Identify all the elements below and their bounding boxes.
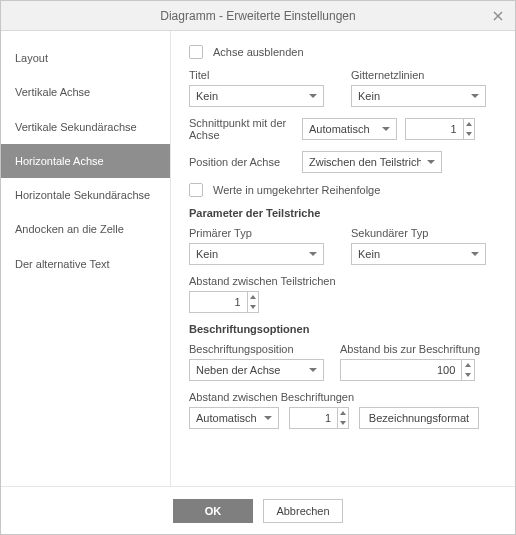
sidebar-item-label: Horizontale Sekundärachse bbox=[15, 189, 150, 201]
intersection-select[interactable]: Automatisch bbox=[302, 118, 397, 140]
title-select-value: Kein bbox=[196, 90, 218, 102]
spinner-down-icon[interactable] bbox=[462, 370, 474, 380]
intersection-label: Schnittpunkt mit der Achse bbox=[189, 117, 294, 141]
intersection-select-value: Automatisch bbox=[309, 123, 370, 135]
titlebar: Diagramm - Erweiterte Einstellungen bbox=[1, 1, 515, 31]
ok-button-label: OK bbox=[205, 505, 222, 517]
gridlines-select-value: Kein bbox=[358, 90, 380, 102]
tick-spacing-label: Abstand zwischen Teilstrichen bbox=[189, 275, 497, 287]
secondary-type-select[interactable]: Kein bbox=[351, 243, 486, 265]
label-spacing-select[interactable]: Automatisch bbox=[189, 407, 279, 429]
chevron-down-icon bbox=[309, 94, 317, 98]
cancel-button[interactable]: Abbrechen bbox=[263, 499, 343, 523]
label-spacing-spinner[interactable] bbox=[289, 407, 349, 429]
tick-section-heading: Parameter der Teilstriche bbox=[189, 207, 497, 219]
label-position-label: Beschriftungsposition bbox=[189, 343, 324, 355]
chevron-down-icon bbox=[471, 94, 479, 98]
label-format-button-label: Bezeichnungsformat bbox=[369, 412, 469, 424]
label-distance-input[interactable] bbox=[341, 360, 461, 380]
axis-position-select[interactable]: Zwischen den Teilstrichen bbox=[302, 151, 442, 173]
primary-type-label: Primärer Typ bbox=[189, 227, 335, 239]
spinner-down-icon[interactable] bbox=[338, 418, 348, 428]
axis-position-label: Position der Achse bbox=[189, 156, 294, 168]
sidebar-item-horizontal-secondary-axis[interactable]: Horizontale Sekundärachse bbox=[1, 178, 170, 212]
content-panel: Achse ausblenden Titel Kein Gitternetzli… bbox=[171, 31, 515, 486]
hide-axis-label: Achse ausblenden bbox=[213, 46, 304, 58]
close-icon[interactable] bbox=[489, 7, 507, 25]
chevron-down-icon bbox=[471, 252, 479, 256]
sidebar: Layout Vertikale Achse Vertikale Sekundä… bbox=[1, 31, 171, 486]
secondary-type-value: Kein bbox=[358, 248, 380, 260]
spinner-up-icon[interactable] bbox=[464, 119, 474, 129]
intersection-spinner[interactable] bbox=[405, 118, 475, 140]
spinner-up-icon[interactable] bbox=[462, 360, 474, 370]
dialog-footer: OK Abbrechen bbox=[1, 486, 515, 534]
tick-spacing-spinner[interactable] bbox=[189, 291, 259, 313]
primary-type-select[interactable]: Kein bbox=[189, 243, 324, 265]
hide-axis-row: Achse ausblenden bbox=[189, 45, 497, 59]
reverse-checkbox[interactable] bbox=[189, 183, 203, 197]
sidebar-item-label: Vertikale Achse bbox=[15, 86, 90, 98]
spinner-up-icon[interactable] bbox=[248, 292, 258, 302]
label-position-value: Neben der Achse bbox=[196, 364, 280, 376]
sidebar-item-vertical-axis[interactable]: Vertikale Achse bbox=[1, 75, 170, 109]
sidebar-item-dock-cell[interactable]: Andocken an die Zelle bbox=[1, 212, 170, 246]
sidebar-item-label: Layout bbox=[15, 52, 48, 64]
ok-button[interactable]: OK bbox=[173, 499, 253, 523]
sidebar-item-label: Andocken an die Zelle bbox=[15, 223, 124, 235]
label-position-select[interactable]: Neben der Achse bbox=[189, 359, 324, 381]
sidebar-item-vertical-secondary-axis[interactable]: Vertikale Sekundärachse bbox=[1, 110, 170, 144]
label-spacing-input[interactable] bbox=[290, 408, 337, 428]
gridlines-label: Gitternetzlinien bbox=[351, 69, 497, 81]
axis-position-select-value: Zwischen den Teilstrichen bbox=[309, 156, 421, 168]
label-format-button[interactable]: Bezeichnungsformat bbox=[359, 407, 479, 429]
label-spacing-select-value: Automatisch bbox=[196, 412, 257, 424]
sidebar-item-layout[interactable]: Layout bbox=[1, 41, 170, 75]
chevron-down-icon bbox=[264, 416, 272, 420]
sidebar-item-label: Horizontale Achse bbox=[15, 155, 104, 167]
spinner-up-icon[interactable] bbox=[338, 408, 348, 418]
chevron-down-icon bbox=[427, 160, 435, 164]
dialog-title: Diagramm - Erweiterte Einstellungen bbox=[160, 9, 355, 23]
dialog-body: Layout Vertikale Achse Vertikale Sekundä… bbox=[1, 31, 515, 486]
chevron-down-icon bbox=[309, 252, 317, 256]
sidebar-item-alt-text[interactable]: Der alternative Text bbox=[1, 247, 170, 281]
chevron-down-icon bbox=[382, 127, 390, 131]
sidebar-item-label: Vertikale Sekundärachse bbox=[15, 121, 137, 133]
spinner-down-icon[interactable] bbox=[248, 302, 258, 312]
label-section-heading: Beschriftungsoptionen bbox=[189, 323, 497, 335]
hide-axis-checkbox[interactable] bbox=[189, 45, 203, 59]
sidebar-item-horizontal-axis[interactable]: Horizontale Achse bbox=[1, 144, 170, 178]
dialog: Diagramm - Erweiterte Einstellungen Layo… bbox=[0, 0, 516, 535]
spinner-down-icon[interactable] bbox=[464, 129, 474, 139]
gridlines-select[interactable]: Kein bbox=[351, 85, 486, 107]
cancel-button-label: Abbrechen bbox=[276, 505, 329, 517]
secondary-type-label: Sekundärer Typ bbox=[351, 227, 497, 239]
chevron-down-icon bbox=[309, 368, 317, 372]
intersection-input[interactable] bbox=[406, 119, 463, 139]
title-select[interactable]: Kein bbox=[189, 85, 324, 107]
tick-spacing-input[interactable] bbox=[190, 292, 247, 312]
label-spacing-label: Abstand zwischen Beschriftungen bbox=[189, 391, 497, 403]
sidebar-item-label: Der alternative Text bbox=[15, 258, 110, 270]
label-distance-spinner[interactable] bbox=[340, 359, 475, 381]
title-label: Titel bbox=[189, 69, 335, 81]
primary-type-value: Kein bbox=[196, 248, 218, 260]
label-distance-label: Abstand bis zur Beschriftung bbox=[340, 343, 480, 355]
reverse-label: Werte in umgekehrter Reihenfolge bbox=[213, 184, 380, 196]
